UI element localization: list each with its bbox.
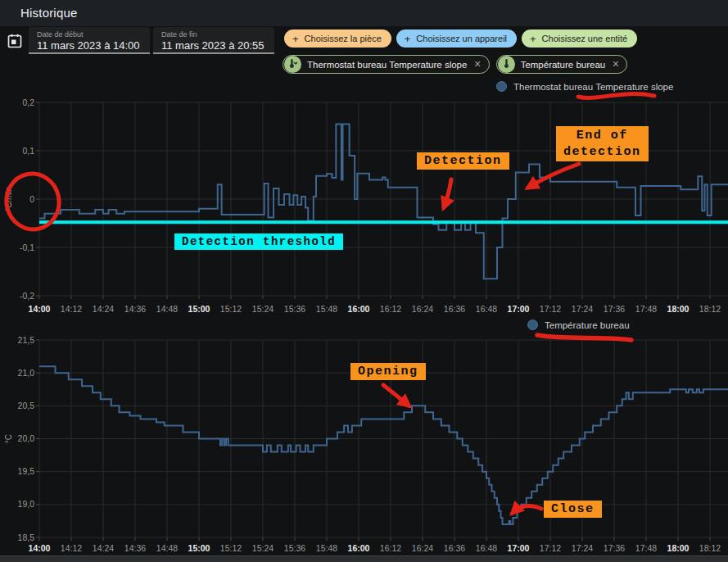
x-tick-label: 16:48 — [476, 543, 497, 553]
x-tick-label: 16:12 — [380, 543, 401, 553]
horizontal-scrollbar[interactable] — [0, 555, 728, 562]
x-tick-label: 17:48 — [635, 543, 657, 553]
x-tick-label: 17:24 — [572, 543, 593, 553]
legend-dot-icon — [496, 81, 507, 92]
x-tick-label: 14:24 — [93, 543, 114, 553]
x-tick-label: 15:48 — [316, 543, 337, 553]
legend-temperature-slope[interactable]: Thermostat bureau Temperature slope — [496, 81, 673, 92]
x-tick-label: 15:00 — [188, 543, 210, 553]
y-tick-label: 20,5 — [18, 401, 35, 410]
legend-label: Thermostat bureau Temperature slope — [513, 82, 673, 92]
legend-label: Température bureau — [545, 320, 630, 330]
history-page: Historique Date de début 11 mars 2023 à … — [0, 0, 728, 562]
legend-dot-icon — [527, 320, 538, 330]
x-tick-label: 17:12 — [540, 543, 561, 553]
opening-annotation: Opening — [350, 363, 426, 380]
x-tick-label: 14:36 — [124, 543, 146, 553]
close-annotation: Close — [544, 501, 602, 518]
y-tick-label: 18,5 — [18, 533, 35, 542]
y-tick-label: 21,0 — [18, 368, 35, 378]
x-tick-label: 17:36 — [604, 543, 625, 553]
x-tick-label: 16:24 — [412, 543, 433, 553]
x-tick-label: 17:00 — [508, 543, 530, 553]
x-tick-label: 14:00 — [29, 543, 51, 553]
y-tick-label: 20,0 — [18, 433, 35, 443]
y-tick-label: 19,5 — [18, 466, 35, 476]
y-tick-label: 19,0 — [18, 499, 35, 509]
x-tick-label: 15:12 — [220, 543, 242, 553]
series-line — [39, 366, 728, 524]
x-tick-label: 16:36 — [444, 543, 465, 553]
x-tick-label: 18:00 — [667, 543, 690, 553]
x-tick-label: 14:12 — [61, 543, 82, 553]
x-tick-label: 14:48 — [156, 543, 178, 553]
x-tick-label: 18:12 — [699, 543, 721, 553]
detection-annotation: Detection — [417, 152, 509, 170]
y-axis-unit-label: °C — [4, 434, 13, 443]
legend-temperature[interactable]: Température bureau — [527, 320, 630, 330]
y-tick-label: 21,5 — [18, 335, 35, 345]
x-tick-label: 15:24 — [252, 543, 274, 553]
x-tick-label: 16:00 — [348, 543, 370, 553]
x-tick-label: 15:36 — [284, 543, 305, 553]
detection-threshold-annotation: Detection threshold — [174, 233, 343, 250]
end-of-detection-annotation: End of detection — [556, 126, 649, 161]
